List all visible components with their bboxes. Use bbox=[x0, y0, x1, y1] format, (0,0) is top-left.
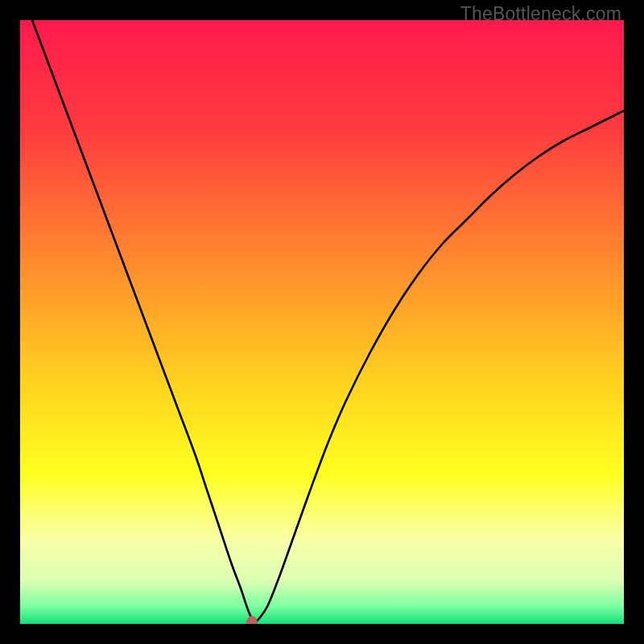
bottleneck-curve bbox=[32, 20, 624, 622]
curve-layer bbox=[20, 20, 624, 624]
min-marker bbox=[246, 616, 258, 625]
watermark-text: TheBottleneck.com bbox=[460, 3, 621, 25]
chart-frame: TheBottleneck.com bbox=[0, 0, 644, 644]
plot-area bbox=[20, 20, 624, 624]
